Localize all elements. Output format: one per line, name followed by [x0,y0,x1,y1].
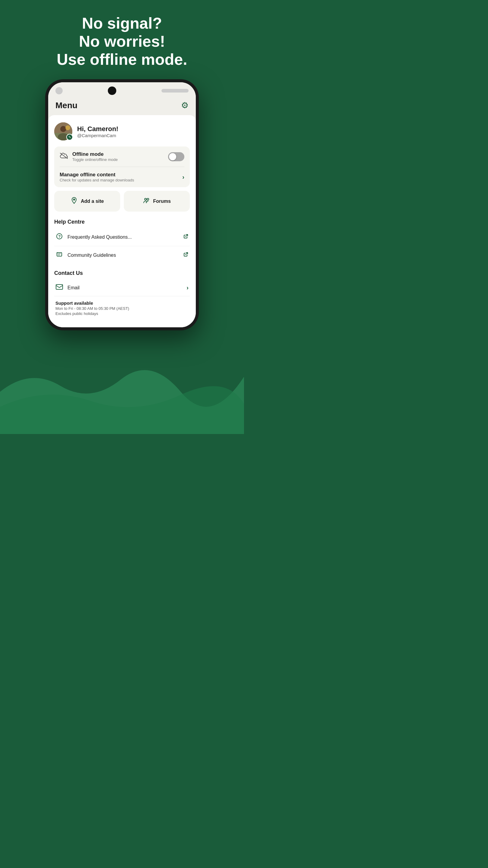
faq-label: Frequently Asked Questions... [67,235,179,240]
offline-text: Offline mode Toggle online/offline mode [72,151,118,162]
manage-offline-row[interactable]: Manage offline content Check for updates… [54,167,190,187]
status-bar [48,82,196,97]
cloud-offline-icon [60,153,68,161]
headline-line2: No worries! [12,33,232,51]
offline-mode-title: Offline mode [72,151,118,157]
manage-offline-subtitle: Check for updates and manage downloads [60,178,134,182]
community-guidelines-item[interactable]: Community Guidelines [54,246,190,264]
help-list: ? Frequently Asked Questions... [54,228,190,264]
menu-title: Menu [56,101,77,110]
phone-wrapper: Menu ⚙ [0,79,244,330]
faq-icon: ? [56,233,63,241]
phone-screen: Menu ⚙ [48,82,196,327]
email-icon [56,284,63,291]
add-site-label: Add a site [81,198,104,204]
user-info: Hi, Cameron! @CampermanCam [77,125,119,138]
forums-label: Forums [153,198,171,204]
action-buttons: Add a site Forums [54,191,190,212]
contact-us-title: Contact Us [54,270,190,276]
headline: No signal? No worries! Use offline mode. [0,0,244,79]
svg-point-1 [60,126,66,132]
forums-icon [143,197,150,206]
manage-offline-title: Manage offline content [60,172,134,178]
avatar-wrap: ✎ [54,122,72,141]
svg-rect-13 [57,253,62,256]
help-centre-title: Help Centre [54,219,190,225]
toggle-knob [169,153,176,160]
email-label: Email [67,285,182,290]
svg-point-10 [147,198,149,200]
status-left-indicator [56,87,63,94]
svg-point-9 [144,198,147,200]
support-info: Support available Mon to Fri - 08:30 AM … [54,296,190,320]
support-note: Excludes public holidays [56,311,189,316]
gear-icon[interactable]: ⚙ [181,100,189,110]
offline-toggle[interactable] [168,152,184,161]
phone-frame: Menu ⚙ [45,79,199,330]
user-username: @CampermanCam [77,133,119,138]
community-guidelines-icon [56,251,63,259]
svg-rect-16 [56,284,63,289]
community-guidelines-label: Community Guidelines [67,253,179,258]
forums-button[interactable]: Forums [124,191,190,212]
add-site-button[interactable]: Add a site [54,191,120,212]
screen-content: ✎ Hi, Cameron! @CampermanCam [48,115,196,327]
email-chevron-icon: › [187,284,189,291]
external-link-icon-faq [183,234,189,241]
camera-notch [108,87,116,95]
svg-text:?: ? [59,234,61,239]
chevron-right-icon: › [182,174,184,181]
offline-card: Offline mode Toggle online/offline mode … [54,147,190,187]
offline-row: Offline mode Toggle online/offline mode [54,147,190,167]
headline-line1: No signal? [12,14,232,33]
add-site-icon [70,197,78,206]
menu-header: Menu ⚙ [48,97,196,115]
faq-item[interactable]: ? Frequently Asked Questions... [54,228,190,246]
status-right-indicator [161,89,189,93]
user-greeting: Hi, Cameron! [77,125,119,133]
contact-section: Contact Us Email › Support available [54,270,190,320]
offline-mode-subtitle: Toggle online/offline mode [72,157,118,162]
manage-text: Manage offline content Check for updates… [60,172,134,182]
headline-line3: Use offline mode. [12,51,232,69]
support-hours: Mon to Fri - 08:30 AM to 05:30 PM (AEST) [56,306,189,311]
svg-point-4 [65,125,70,130]
email-item[interactable]: Email › [54,279,190,296]
avatar-edit-badge[interactable]: ✎ [66,134,73,141]
external-link-icon-community [183,252,189,258]
user-row: ✎ Hi, Cameron! @CampermanCam [54,122,190,141]
support-title: Support available [56,301,189,306]
